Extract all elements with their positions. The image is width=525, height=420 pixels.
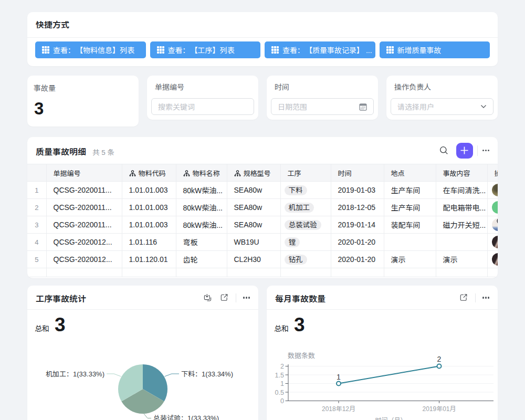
svg-text:时间（月）: 时间（月） — [375, 417, 406, 420]
svg-text:机加工：1(33.33%): 机加工：1(33.33%) — [46, 370, 104, 378]
svg-text:1: 1 — [280, 380, 284, 387]
svg-text:1.5: 1.5 — [275, 372, 284, 379]
svg-text:2019年01月: 2019年01月 — [422, 405, 456, 413]
svg-text:1: 1 — [337, 373, 341, 381]
svg-text:0: 0 — [280, 397, 284, 405]
svg-text:数据条数: 数据条数 — [288, 352, 315, 360]
svg-text:0.5: 0.5 — [275, 389, 284, 396]
svg-text:下料：1(33.34%): 下料：1(33.34%) — [181, 370, 233, 378]
svg-text:2: 2 — [437, 355, 442, 363]
svg-text:2018年12月: 2018年12月 — [322, 405, 355, 413]
svg-text:总装试验：1(33.33%): 总装试验：1(33.33%) — [153, 414, 219, 420]
svg-text:2: 2 — [280, 363, 284, 370]
